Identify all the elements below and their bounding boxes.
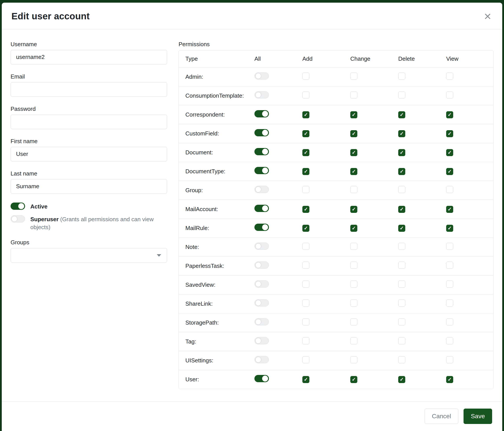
- perm-add-checkbox[interactable]: ✓: [302, 149, 309, 156]
- perm-add-checkbox[interactable]: [302, 72, 309, 80]
- perm-delete-checkbox[interactable]: [398, 299, 405, 306]
- perm-view-checkbox[interactable]: ✓: [446, 225, 453, 232]
- perm-add-checkbox[interactable]: [302, 186, 309, 193]
- modal-body: Username Email Password First name Last …: [2, 29, 502, 401]
- perm-all-toggle[interactable]: [254, 205, 269, 212]
- perm-change-checkbox[interactable]: ✓: [350, 376, 357, 383]
- groups-select[interactable]: [10, 248, 167, 262]
- perm-change-checkbox[interactable]: [350, 281, 357, 288]
- perm-all-toggle[interactable]: [254, 110, 269, 117]
- perm-view-checkbox[interactable]: ✓: [446, 376, 453, 383]
- perm-view-checkbox[interactable]: [446, 72, 453, 80]
- close-icon[interactable]: ×: [483, 11, 493, 22]
- perm-change-checkbox[interactable]: [350, 337, 357, 344]
- perm-delete-checkbox[interactable]: [398, 281, 405, 288]
- perm-view-checkbox[interactable]: ✓: [446, 130, 453, 137]
- perm-view-checkbox[interactable]: [446, 318, 453, 325]
- perm-view-checkbox[interactable]: ✓: [446, 206, 453, 213]
- perm-all-toggle[interactable]: [254, 167, 269, 174]
- perm-add-checkbox[interactable]: [302, 299, 309, 306]
- perm-view-checkbox[interactable]: [446, 262, 453, 269]
- perm-change-checkbox[interactable]: [350, 262, 357, 269]
- perm-all-toggle[interactable]: [254, 337, 269, 344]
- perm-change-checkbox[interactable]: [350, 356, 357, 363]
- save-button[interactable]: Save: [464, 409, 492, 424]
- first-name-input[interactable]: [10, 147, 167, 162]
- permissions-section: Permissions TypeAllAddChangeDeleteViewAd…: [179, 41, 494, 397]
- perm-add-checkbox[interactable]: ✓: [302, 130, 309, 137]
- perm-view-checkbox[interactable]: [446, 243, 453, 250]
- password-input[interactable]: [10, 115, 167, 129]
- perm-view-checkbox[interactable]: [446, 281, 453, 288]
- active-label: Active: [30, 203, 47, 210]
- perm-delete-checkbox[interactable]: [398, 243, 405, 250]
- perm-delete-checkbox[interactable]: ✓: [398, 225, 405, 232]
- perm-all-toggle[interactable]: [254, 318, 269, 325]
- last-name-input[interactable]: [10, 179, 167, 194]
- perm-change-checkbox[interactable]: ✓: [350, 111, 357, 118]
- perm-delete-checkbox[interactable]: ✓: [398, 111, 405, 118]
- perm-change-checkbox[interactable]: [350, 186, 357, 193]
- perm-change-checkbox[interactable]: [350, 91, 357, 99]
- perm-change-checkbox[interactable]: [350, 72, 357, 80]
- perm-change-checkbox[interactable]: ✓: [350, 149, 357, 156]
- perm-add-checkbox[interactable]: ✓: [302, 225, 309, 232]
- username-input[interactable]: [10, 50, 167, 64]
- perm-add-checkbox[interactable]: [302, 318, 309, 325]
- perm-all-toggle[interactable]: [254, 72, 269, 80]
- perm-add-checkbox[interactable]: [302, 356, 309, 363]
- perm-all-toggle[interactable]: [254, 186, 269, 193]
- perm-delete-checkbox[interactable]: [398, 262, 405, 269]
- perm-all-toggle[interactable]: [254, 299, 269, 306]
- perm-view-checkbox[interactable]: ✓: [446, 149, 453, 156]
- perm-view-checkbox[interactable]: [446, 299, 453, 306]
- perm-view-checkbox[interactable]: [446, 356, 453, 363]
- perm-all-toggle[interactable]: [254, 261, 269, 269]
- perm-change-checkbox[interactable]: ✓: [350, 206, 357, 213]
- perm-change-checkbox[interactable]: ✓: [350, 130, 357, 137]
- perm-all-toggle[interactable]: [254, 129, 269, 136]
- perm-delete-checkbox[interactable]: [398, 91, 405, 99]
- perm-add-checkbox[interactable]: ✓: [302, 168, 309, 175]
- perm-all-toggle[interactable]: [254, 242, 269, 250]
- perm-add-checkbox[interactable]: [302, 262, 309, 269]
- perm-view-checkbox[interactable]: [446, 186, 453, 193]
- perm-change-checkbox[interactable]: ✓: [350, 225, 357, 232]
- perm-delete-checkbox[interactable]: ✓: [398, 206, 405, 213]
- perm-change-checkbox[interactable]: ✓: [350, 168, 357, 175]
- cancel-button[interactable]: Cancel: [425, 409, 458, 424]
- perm-all-toggle[interactable]: [254, 91, 269, 99]
- perm-change-checkbox[interactable]: [350, 299, 357, 306]
- perm-all-toggle[interactable]: [254, 280, 269, 288]
- active-toggle[interactable]: [10, 203, 25, 210]
- perm-all-toggle[interactable]: [254, 148, 269, 155]
- perm-change-checkbox[interactable]: [350, 318, 357, 325]
- perm-view-checkbox[interactable]: ✓: [446, 168, 453, 175]
- perm-add-checkbox[interactable]: [302, 337, 309, 344]
- perm-view-checkbox[interactable]: [446, 91, 453, 99]
- perm-view-checkbox[interactable]: ✓: [446, 111, 453, 118]
- perm-delete-checkbox[interactable]: [398, 318, 405, 325]
- perm-add-checkbox[interactable]: [302, 243, 309, 250]
- perm-delete-checkbox[interactable]: [398, 337, 405, 344]
- perm-delete-checkbox[interactable]: [398, 356, 405, 363]
- perm-delete-checkbox[interactable]: [398, 186, 405, 193]
- perm-all-toggle[interactable]: [254, 375, 269, 382]
- perm-delete-checkbox[interactable]: ✓: [398, 130, 405, 137]
- perm-add-checkbox[interactable]: [302, 91, 309, 99]
- perm-all-toggle[interactable]: [254, 224, 269, 231]
- email-input[interactable]: [10, 82, 167, 97]
- perm-change-checkbox[interactable]: [350, 243, 357, 250]
- perm-type-label: MailRule:: [179, 225, 253, 232]
- perm-delete-checkbox[interactable]: ✓: [398, 149, 405, 156]
- perm-view-checkbox[interactable]: [446, 337, 453, 344]
- superuser-toggle[interactable]: [10, 215, 25, 223]
- perm-all-toggle[interactable]: [254, 356, 269, 363]
- perm-add-checkbox[interactable]: ✓: [302, 206, 309, 213]
- perm-add-checkbox[interactable]: [302, 281, 309, 288]
- perm-add-checkbox[interactable]: ✓: [302, 376, 309, 383]
- perm-delete-checkbox[interactable]: ✓: [398, 168, 405, 175]
- perm-delete-checkbox[interactable]: [398, 72, 405, 80]
- perm-delete-checkbox[interactable]: ✓: [398, 376, 405, 383]
- perm-add-checkbox[interactable]: ✓: [302, 111, 309, 118]
